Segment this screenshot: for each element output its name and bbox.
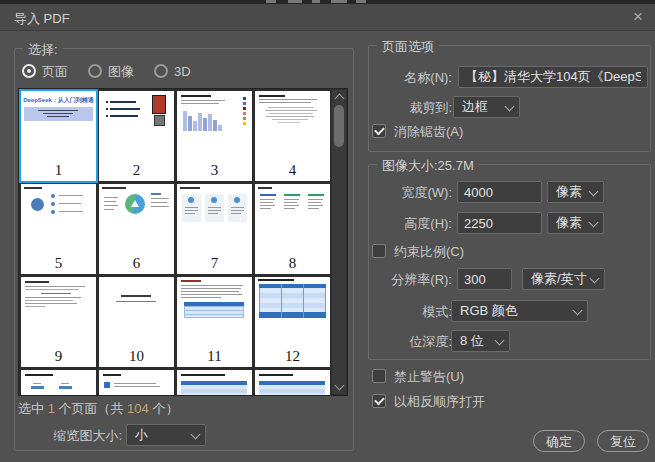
chevron-down-icon [590,274,600,284]
ok-button[interactable]: 确定 [533,430,585,452]
chevron-down-icon [505,102,515,112]
thumbnail-art [99,91,174,135]
chevron-down-icon [191,430,201,440]
radio-images[interactable] [88,64,102,78]
page-number: 11 [177,348,252,365]
mode-dropdown[interactable]: RGB 颜色 [451,300,588,322]
page-thumbnail-8[interactable]: 8 [255,184,330,274]
thumbnail-art [255,91,330,135]
constrain-label[interactable]: 约束比例(C) [394,244,464,259]
page-thumbnail-9[interactable]: 9 [21,277,96,367]
width-unit-dropdown[interactable]: 像素 [547,181,604,203]
scroll-up-icon[interactable] [335,94,345,104]
radio-pages[interactable] [22,64,36,78]
page-thumbnail-list[interactable]: DeepSeek：从入门到精通 1 2 [18,88,348,396]
resolution-input[interactable] [457,268,512,290]
page-thumbnail-5[interactable]: 5 [21,184,96,274]
background-artifact [266,0,276,3]
page-thumbnail-2[interactable]: 2 [99,91,174,181]
chevron-down-icon [495,336,505,346]
background-artifact [312,0,320,3]
thumbnail-art [21,277,96,321]
page-number: 12 [255,348,330,365]
import-pdf-dialog: 导入 PDF × 选择: 页面 图像 3D DeepSeek：从入门到精通 1 [0,0,655,462]
thumbnail-art [177,91,252,135]
crop-dropdown[interactable]: 边框 [453,96,520,118]
thumbnail-art [177,277,252,321]
page-thumbnail-15[interactable] [177,370,252,396]
check-icon [374,125,385,136]
page-options-legend: 页面选项 [377,38,439,56]
selection-info-text: 个） [149,401,179,416]
page-thumbnail-3[interactable]: 3 [177,91,252,181]
scroll-down-icon[interactable] [335,381,345,391]
thumb-size-value: 小 [135,427,148,442]
thumbnail-scrollbar[interactable] [332,90,346,394]
thumbnail-art [99,277,174,321]
page-number: 4 [255,162,330,179]
thumb-size-dropdown[interactable]: 小 [126,424,206,446]
radio-images-label[interactable]: 图像 [108,64,134,79]
reverse-order-checkbox[interactable] [372,394,386,408]
antialias-checkbox[interactable] [372,124,386,138]
radio-3d-label[interactable]: 3D [174,64,191,79]
page-thumbnail-4[interactable]: 4 [255,91,330,181]
resolution-unit-dropdown[interactable]: 像素/英寸 [522,268,605,290]
reset-button[interactable]: 复位 [597,430,649,452]
page-thumbnail-16[interactable] [255,370,330,396]
check-icon [374,395,385,406]
constrain-checkbox[interactable] [372,244,386,258]
name-label: 名称(N): [368,70,452,85]
close-icon[interactable]: × [627,6,649,28]
page-thumbnail-14[interactable] [99,370,174,396]
thumbnail-art [99,184,174,228]
page-thumbnail-7[interactable]: 7 [177,184,252,274]
selection-info-text: 个页面（共 [55,401,127,416]
thumbnail-art [21,370,96,396]
page-number: 2 [99,162,174,179]
height-unit-value: 像素 [556,215,582,230]
page-thumbnail-13[interactable] [21,370,96,396]
bit-depth-label: 位深度: [368,334,452,349]
radio-pages-label[interactable]: 页面 [42,64,68,79]
height-unit-dropdown[interactable]: 像素 [547,212,604,234]
select-group-legend: 选择: [23,41,63,59]
name-input[interactable] [458,66,648,88]
height-label: 高度(H): [368,216,452,231]
width-label: 宽度(W): [368,185,452,200]
height-input[interactable] [457,212,542,234]
dialog-titlebar[interactable]: 导入 PDF × [0,4,655,31]
page-thumbnail-10[interactable]: 10 [99,277,174,367]
crop-label: 裁剪到: [368,100,452,115]
resolution-label: 分辨率(R): [368,272,452,287]
radio-3d[interactable] [154,64,168,78]
page-thumbnail-6[interactable]: 6 [99,184,174,274]
page-number: 5 [21,255,96,272]
page-thumbnail-11[interactable]: 11 [177,277,252,367]
page-number: 6 [99,255,174,272]
thumbnail-art [255,184,330,228]
bit-depth-dropdown[interactable]: 8 位 [451,330,510,352]
page-thumbnail-12[interactable]: 12 [255,277,330,367]
page-number: 8 [255,255,330,272]
scrollbar-thumb[interactable] [334,105,344,147]
thumbnail-art [177,184,252,228]
antialias-label[interactable]: 消除锯齿(A) [394,124,463,139]
suppress-warnings-checkbox[interactable] [372,369,386,383]
reverse-order-label[interactable]: 以相反顺序打开 [394,394,485,409]
chevron-down-icon [589,218,599,228]
mode-label: 模式: [368,304,452,319]
width-input[interactable] [457,181,542,203]
page-thumbnail-1[interactable]: DeepSeek：从入门到精通 1 [21,91,96,181]
selection-info-text: 选中 [18,401,48,416]
background-artifact [356,0,366,3]
suppress-warnings-label[interactable]: 禁止警告(U) [394,369,464,384]
page-number: 1 [21,162,96,179]
image-size-legend: 图像大小:25.7M [377,157,479,175]
chevron-down-icon [573,306,583,316]
resolution-unit-value: 像素/英寸 [531,271,587,286]
thumb-size-label: 缩览图大小: [18,428,122,443]
thumbnail-art [21,184,96,228]
bit-depth-value: 8 位 [460,333,484,348]
page-number: 10 [99,348,174,365]
